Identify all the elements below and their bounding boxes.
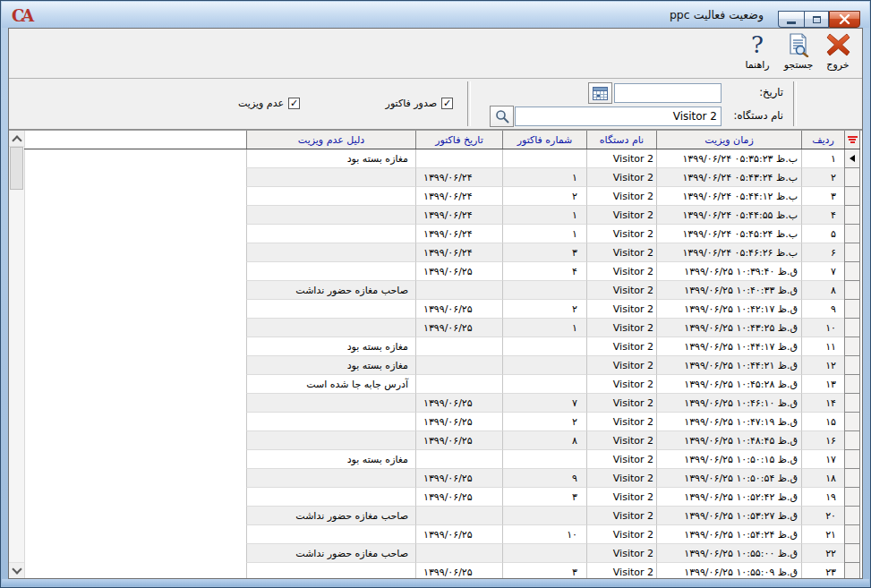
row-indicator-cell[interactable] xyxy=(844,149,860,168)
scroll-thumb[interactable] xyxy=(10,147,23,190)
table-row[interactable]: ۱۱ق.ظ ۱۰:۴۴:۱۷ ۱۳۹۹/۰۶/۲۵Visitor 2مغازه … xyxy=(24,337,860,356)
header-invoice-date[interactable]: تاریخ فاکتور xyxy=(415,131,502,149)
header-visit-time[interactable]: زمان ویزیت xyxy=(656,131,801,149)
table-row[interactable]: ۲۳ق.ظ ۱۰:۵۵:۰۹ ۱۳۹۹/۰۶/۲۵Visitor 2۳۱۳۹۹/… xyxy=(24,563,860,578)
cell-no-visit-reason xyxy=(246,319,415,337)
table-row[interactable]: ۲۰ق.ظ ۱۰:۵۳:۲۷ ۱۳۹۹/۰۶/۲۵Visitor 2صاحب م… xyxy=(24,507,860,525)
cell-row-number: ۱۳ xyxy=(801,375,844,394)
cell-invoice-date xyxy=(415,450,502,469)
row-indicator-cell[interactable] xyxy=(844,450,860,469)
table-row[interactable]: ۴ب.ظ ۰۵:۴۴:۵۵ ۱۳۹۹/۰۶/۲۴Visitor 2۱۱۳۹۹/۰… xyxy=(24,206,860,225)
table-row[interactable]: ۲۲ق.ظ ۱۰:۵۵:۰۰ ۱۳۹۹/۰۶/۲۵Visitor 2صاحب م… xyxy=(24,544,860,563)
help-button[interactable]: ? راهنما xyxy=(738,31,777,75)
row-indicator-cell[interactable] xyxy=(844,281,860,300)
row-indicator-cell[interactable] xyxy=(844,319,860,337)
invoice-checkbox[interactable]: ✓ صدور فاکتور xyxy=(386,98,453,109)
row-indicator-cell[interactable] xyxy=(844,206,860,225)
cell-no-visit-reason: مغازه بسته بود xyxy=(246,337,415,356)
table-row[interactable]: ۱۰ق.ظ ۱۰:۴۳:۲۵ ۱۳۹۹/۰۶/۲۵Visitor 2۱۱۳۹۹/… xyxy=(24,319,860,337)
table-row[interactable]: ۲۱ق.ظ ۱۰:۵۴:۲۴ ۱۳۹۹/۰۶/۲۵Visitor 2۱۰۱۳۹۹… xyxy=(24,525,860,544)
cell-device-name: Visitor 2 xyxy=(586,488,656,507)
cell-visit-time: ق.ظ ۱۰:۴۷:۱۹ ۱۳۹۹/۰۶/۲۵ xyxy=(656,413,801,431)
table-row[interactable]: ۱۴ق.ظ ۱۰:۴۶:۱۰ ۱۳۹۹/۰۶/۲۵Visitor 2۷۱۳۹۹/… xyxy=(24,394,860,413)
table-row[interactable]: ۱۷ق.ظ ۱۰:۵۰:۱۵ ۱۳۹۹/۰۶/۲۵Visitor 2مغازه … xyxy=(24,450,860,469)
row-indicator-cell[interactable] xyxy=(844,243,860,262)
cell-invoice-number: ۲ xyxy=(502,300,586,319)
row-indicator-cell[interactable] xyxy=(844,507,860,525)
cell-row-number: ۱۱ xyxy=(801,337,844,356)
cell-no-visit-reason xyxy=(246,206,415,225)
row-indicator-cell[interactable] xyxy=(844,356,860,375)
table-row[interactable]: ۱۲ق.ظ ۱۰:۴۴:۲۱ ۱۳۹۹/۰۶/۲۵Visitor 2مغازه … xyxy=(24,356,860,375)
minimize-button[interactable] xyxy=(778,11,804,28)
header-no-visit-reason[interactable]: دلیل عدم ویزیت xyxy=(246,131,415,149)
row-indicator-cell[interactable] xyxy=(844,563,860,578)
vertical-scrollbar[interactable] xyxy=(9,131,25,578)
cell-no-visit-reason xyxy=(246,525,415,544)
table-row[interactable]: ۹ق.ظ ۱۰:۴۲:۱۷ ۱۳۹۹/۰۶/۲۵Visitor 2۲۱۳۹۹/۰… xyxy=(24,300,860,319)
row-indicator-cell[interactable] xyxy=(844,431,860,450)
device-name-label: نام دستگاه: xyxy=(734,109,783,122)
table-row[interactable]: ۸ق.ظ ۱۰:۴۰:۳۳ ۱۳۹۹/۰۶/۲۵Visitor 2صاحب مغ… xyxy=(24,281,860,300)
panel-separator xyxy=(793,81,797,126)
table-row[interactable]: ۵ب.ظ ۰۵:۴۵:۲۴ ۱۳۹۹/۰۶/۲۴Visitor 2۱۱۳۹۹/۰… xyxy=(24,225,860,243)
novisit-checkbox-label: عدم ویزیت xyxy=(238,98,284,109)
table-row[interactable]: ۱۶ق.ظ ۱۰:۴۸:۴۵ ۱۳۹۹/۰۶/۲۵Visitor 2۸۱۳۹۹/… xyxy=(24,431,860,450)
cell-visit-time: ق.ظ ۱۰:۵۵:۰۹ ۱۳۹۹/۰۶/۲۵ xyxy=(656,563,801,578)
row-indicator-cell[interactable] xyxy=(844,262,860,281)
row-indicator-cell[interactable] xyxy=(844,187,860,206)
calendar-button[interactable] xyxy=(588,82,612,104)
row-indicator-cell[interactable] xyxy=(844,394,860,413)
row-indicator-cell[interactable] xyxy=(844,337,860,356)
exit-button[interactable]: خروج xyxy=(818,31,858,75)
row-indicator-cell[interactable] xyxy=(844,375,860,394)
cell-invoice-number: ۷ xyxy=(502,394,586,413)
header-device-name[interactable]: نام دستگاه xyxy=(586,131,656,149)
cell-invoice-date: ۱۳۹۹/۰۶/۲۵ xyxy=(415,488,502,507)
help-label: راهنما xyxy=(745,59,769,71)
cell-invoice-date xyxy=(415,281,502,300)
row-indicator-cell[interactable] xyxy=(844,413,860,431)
calendar-icon xyxy=(593,87,608,100)
table-row[interactable]: ۱ب.ظ ۰۵:۳۵:۲۳ ۱۳۹۹/۰۶/۲۴Visitor 2مغازه ب… xyxy=(24,149,860,168)
close-button[interactable] xyxy=(829,11,860,28)
cell-no-visit-reason: صاحب مغازه حضور نداشت xyxy=(246,544,415,563)
cell-device-name: Visitor 2 xyxy=(586,469,656,488)
device-name-input[interactable] xyxy=(515,107,722,126)
header-invoice-number[interactable]: شماره فاکتور xyxy=(502,131,586,149)
header-row-number[interactable]: ردیف xyxy=(801,131,844,149)
row-indicator-cell[interactable] xyxy=(844,300,860,319)
table-row[interactable]: ۳ب.ظ ۰۵:۴۴:۱۲ ۱۳۹۹/۰۶/۲۴Visitor 2۲۱۳۹۹/۰… xyxy=(24,187,860,206)
maximize-button[interactable] xyxy=(804,11,829,28)
cell-row-number: ۱۰ xyxy=(801,319,844,337)
cell-invoice-number: ۳ xyxy=(502,243,586,262)
cell-no-visit-reason: مغازه بسته بود xyxy=(246,450,415,469)
cell-invoice-date: ۱۳۹۹/۰۶/۲۵ xyxy=(415,319,502,337)
scroll-up-button[interactable] xyxy=(9,131,24,147)
cell-visit-time: ق.ظ ۱۰:۴۳:۲۵ ۱۳۹۹/۰۶/۲۵ xyxy=(656,319,801,337)
row-indicator-cell[interactable] xyxy=(844,469,860,488)
panel-separator xyxy=(467,81,471,126)
cell-no-visit-reason: صاحب مغازه حضور نداشت xyxy=(246,281,415,300)
table-row[interactable]: ۶ب.ظ ۰۵:۴۶:۲۶ ۱۳۹۹/۰۶/۲۴Visitor 2۳۱۳۹۹/۰… xyxy=(24,243,860,262)
row-indicator-cell[interactable] xyxy=(844,488,860,507)
scroll-down-button[interactable] xyxy=(9,562,24,578)
table-row[interactable]: ۲ب.ظ ۰۵:۴۳:۲۴ ۱۳۹۹/۰۶/۲۴Visitor 2۱۱۳۹۹/۰… xyxy=(24,168,860,187)
cell-row-number: ۱۲ xyxy=(801,356,844,375)
header-indicator[interactable] xyxy=(844,131,860,149)
novisit-checkbox[interactable]: ✓ عدم ویزیت xyxy=(238,98,300,109)
device-search-button[interactable] xyxy=(490,106,514,127)
table-row[interactable]: ۱۹ق.ظ ۱۰:۵۲:۴۲ ۱۳۹۹/۰۶/۲۵Visitor 2۳۱۳۹۹/… xyxy=(24,488,860,507)
row-indicator-cell[interactable] xyxy=(844,225,860,243)
row-indicator-cell[interactable] xyxy=(844,525,860,544)
table-row[interactable]: ۱۸ق.ظ ۱۰:۵۰:۵۴ ۱۳۹۹/۰۶/۲۵Visitor 2۹۱۳۹۹/… xyxy=(24,469,860,488)
search-button[interactable]: جستجو xyxy=(779,31,818,75)
table-row[interactable]: ۱۳ق.ظ ۱۰:۴۵:۲۸ ۱۳۹۹/۰۶/۲۵Visitor 2آدرس ج… xyxy=(24,375,860,394)
table-row[interactable]: ۷ق.ظ ۱۰:۳۹:۴۰ ۱۳۹۹/۰۶/۲۵Visitor 2۴۱۳۹۹/۰… xyxy=(24,262,860,281)
row-indicator-cell[interactable] xyxy=(844,168,860,187)
table-row[interactable]: ۱۵ق.ظ ۱۰:۴۷:۱۹ ۱۳۹۹/۰۶/۲۵Visitor 2۲۱۳۹۹/… xyxy=(24,413,860,431)
date-input[interactable] xyxy=(614,83,722,103)
row-indicator-cell[interactable] xyxy=(844,544,860,563)
cell-no-visit-reason xyxy=(246,225,415,243)
minimize-icon xyxy=(787,21,796,24)
